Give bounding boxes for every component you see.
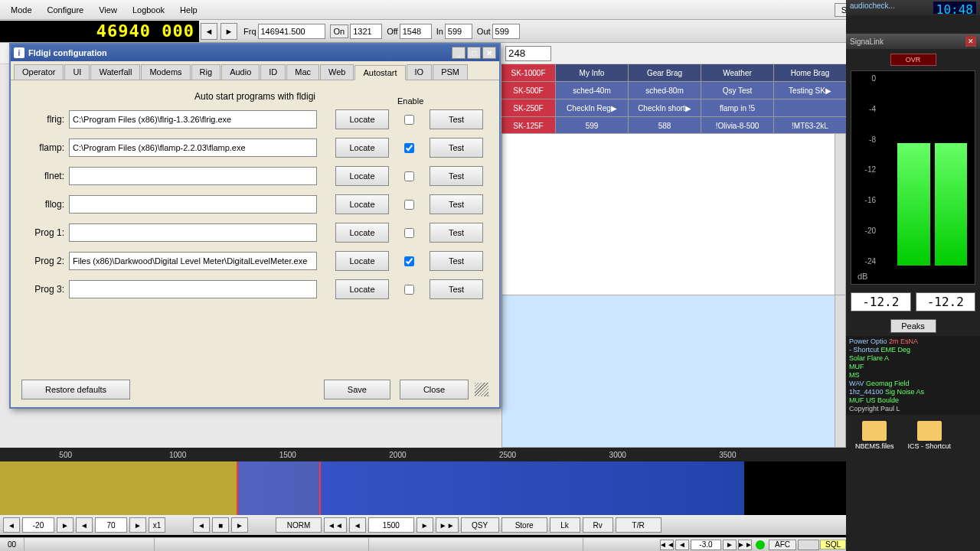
close-button[interactable]: Close [400,380,469,399]
sk-125f[interactable]: SK-125F [501,117,555,134]
wf-lk[interactable]: Lk [550,517,580,533]
prog1-locate[interactable]: Locate [335,223,389,243]
macro-testingsk[interactable]: Testing SK▶ [774,82,846,99]
fllog-test[interactable]: Test [430,194,483,214]
tab-modems[interactable]: Modems [141,64,190,80]
tab-mac[interactable]: Mac [286,64,319,80]
wf-store[interactable]: Store [501,517,547,533]
restore-defaults-button[interactable]: Restore defaults [21,380,130,399]
prog2-enable[interactable] [404,256,414,266]
on-label[interactable]: On [330,24,349,38]
nbems-icon[interactable]: NBEMS.files [855,421,894,450]
flnet-locate[interactable]: Locate [335,166,389,186]
macro-weather[interactable]: Weather [701,64,773,81]
macro-empty[interactable] [774,99,846,116]
macro-olivia[interactable]: !Olivia-8-500 [701,117,773,134]
macro-sched40[interactable]: sched-40m [556,82,628,99]
wf-70[interactable]: 70 [95,517,127,533]
wf-neg20[interactable]: -20 [22,517,54,533]
prog3-enable[interactable] [404,285,414,295]
flnet-input[interactable] [69,167,317,185]
wf-norm[interactable]: NORM [276,517,322,533]
prog3-test[interactable]: Test [430,279,483,299]
wf-next2-icon[interactable]: ► [129,517,146,533]
wf-prev-icon[interactable]: ◄ [3,517,20,533]
waterfall-marker[interactable] [237,461,321,515]
prog3-input[interactable] [69,280,317,298]
fllog-enable[interactable] [404,200,414,210]
freq-next-icon[interactable]: ► [220,23,237,40]
menu-help[interactable]: Help [172,2,205,18]
tx-text-pane[interactable] [501,295,846,448]
on-input[interactable] [350,24,382,39]
tab-ui[interactable]: UI [64,64,90,80]
wf-x1[interactable]: x1 [149,517,165,533]
out-input[interactable] [492,24,520,39]
macro-599[interactable]: 599 [556,117,628,134]
tab-audio[interactable]: Audio [221,64,260,80]
tx-scrollbar[interactable] [835,295,845,447]
sb-stepb-icon[interactable]: ◄ [675,540,689,550]
close-icon[interactable]: ✕ [482,47,496,59]
tab-id[interactable]: ID [260,64,286,80]
sb-afc-val[interactable]: -3.0 [691,540,721,550]
wf-rv[interactable]: Rv [583,517,613,533]
prog1-enable[interactable] [404,228,414,238]
frequency-display[interactable]: 46940 000 [0,21,199,42]
tab-autostart[interactable]: Autostart [354,65,405,80]
menu-configure[interactable]: Configure [40,2,92,18]
sb-afc[interactable]: AFC [769,540,796,550]
flamp-locate[interactable]: Locate [335,138,389,158]
menu-logbook[interactable]: Logbook [125,2,172,18]
sb-sql[interactable]: SQL [820,540,846,549]
tab-operator[interactable]: Operator [14,64,64,80]
off-input[interactable] [400,24,432,39]
flrig-input[interactable] [69,110,317,129]
menu-mode[interactable]: Mode [3,2,40,18]
save-button[interactable]: Save [324,380,390,399]
macro-sched80[interactable]: sched-80m [629,82,701,99]
flrig-test[interactable]: Test [430,109,483,129]
flnet-enable[interactable] [404,171,414,181]
macro-588[interactable]: 588 [629,117,701,134]
macro-myinfo[interactable]: My Info [556,64,628,81]
prog2-locate[interactable]: Locate [335,251,389,271]
dialog-titlebar[interactable]: i Fldigi configuration _ □ ✕ [11,44,499,61]
wf-skipb-icon[interactable]: ◄◄ [324,517,347,533]
meter-close-icon[interactable]: ✕ [965,36,976,47]
flrig-locate[interactable]: Locate [335,109,389,129]
macro-checkinshort[interactable]: CheckIn short▶ [629,99,701,116]
wf-stepb-icon[interactable]: ◄ [349,517,366,533]
flamp-test[interactable]: Test [430,138,483,158]
macro-homebrag[interactable]: Home Brag [774,64,846,81]
tab-web[interactable]: Web [320,64,354,80]
wf-qsy[interactable]: QSY [461,517,499,533]
wf-freq[interactable]: 1500 [368,517,414,533]
macro-gearbrag[interactable]: Gear Brag [629,64,701,81]
ics-icon[interactable]: ICS - Shortcut [908,421,952,450]
sb-skipf-icon[interactable]: ►► [738,540,752,550]
prog1-input[interactable] [69,223,317,242]
maximize-icon[interactable]: □ [467,47,481,59]
prog2-test[interactable]: Test [430,251,483,271]
macro-qsytest[interactable]: Qsy Test [701,82,773,99]
sk-1000f[interactable]: SK-1000F [501,64,555,81]
frq-input[interactable] [258,24,325,39]
tab-waterfall[interactable]: Waterfall [90,64,140,80]
sk-500f[interactable]: SK-500F [501,82,555,99]
sb-skipb-icon[interactable]: ◄◄ [660,540,674,550]
macro-flamp[interactable]: flamp in !5 [701,99,773,116]
in-input[interactable] [445,24,472,39]
menu-view[interactable]: View [91,2,125,18]
flamp-input[interactable] [69,139,317,157]
sb-slider[interactable] [798,540,819,550]
field-248[interactable] [505,46,551,61]
fllog-locate[interactable]: Locate [335,194,389,214]
peaks-button[interactable]: Peaks [890,319,936,333]
minimize-icon[interactable]: _ [452,47,466,59]
sb-stepf-icon[interactable]: ► [723,540,737,550]
wf-play-icon[interactable]: ► [231,517,248,533]
sk-250f[interactable]: SK-250F [501,99,555,116]
tab-psm[interactable]: PSM [433,64,468,80]
wf-skipf-icon[interactable]: ►► [436,517,459,533]
